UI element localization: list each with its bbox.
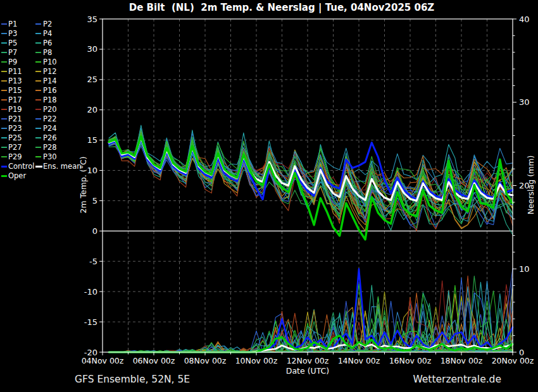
date-tick-label: 20Nov 00z	[492, 356, 534, 365]
date-tick-label: 10Nov 00z	[235, 356, 278, 365]
temp-tick-label: 0	[92, 226, 97, 236]
temp-axis-label: 2m Temp. (°C)	[78, 103, 88, 267]
temp-tick-label: 20	[87, 105, 97, 114]
temp-tick-label: 10	[87, 166, 97, 175]
site-credit-text: Wetterzentrale.de	[413, 374, 501, 385]
temp-tick-label: -15	[84, 317, 97, 327]
temp-tick-label: -10	[84, 287, 97, 297]
date-tick-label: 08Nov 00z	[184, 356, 227, 365]
date-tick-label: 04Nov 00z	[82, 356, 124, 365]
date-tick-label: 16Nov 00z	[389, 356, 432, 365]
meteogram-screen: De Bilt (NL) 2m Temp. & Neerslag | Tue, …	[0, 0, 538, 392]
temp-tick-label: 15	[87, 135, 97, 145]
temp-tick-label: 5	[92, 196, 97, 205]
precip-tick-label: 40	[519, 15, 530, 24]
date-axis-label: Date (UTC)	[244, 366, 371, 376]
temp-tick-label: 30	[87, 44, 97, 54]
temp-tick-label: 25	[87, 75, 97, 84]
date-tick-label: 12Nov 00z	[287, 356, 329, 365]
model-info-text: GFS Ensemble, 52N, 5E	[75, 374, 190, 385]
temp-tick-label: -5	[89, 257, 97, 266]
temp-tick-label: 35	[87, 15, 97, 24]
date-tick-label: 06Nov 00z	[133, 356, 175, 365]
precip-axis-label: Neerslag (mm)	[526, 103, 535, 267]
date-tick-label: 18Nov 00z	[441, 356, 483, 365]
date-tick-label: 14Nov 00z	[338, 356, 380, 365]
